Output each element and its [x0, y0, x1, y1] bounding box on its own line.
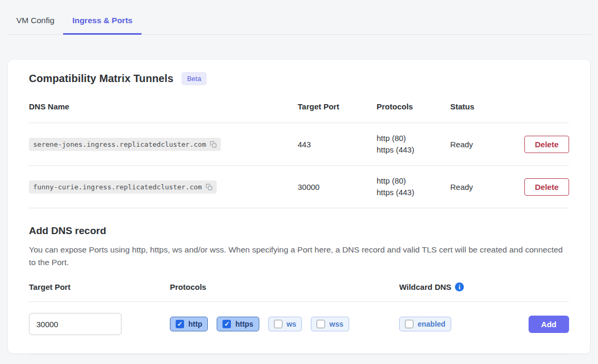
add-form-row: ✓ http ✓ https ws wss enabled Add — [29, 302, 569, 345]
target-port-value: 30000 — [298, 183, 377, 191]
delete-button[interactable]: Delete — [524, 136, 569, 153]
add-button[interactable]: Add — [529, 316, 569, 333]
col-header-protocols: Protocols — [377, 102, 450, 111]
copy-icon[interactable] — [210, 141, 217, 148]
protocol-checkbox-group: ✓ http ✓ https ws wss — [170, 317, 399, 331]
table-row: serene-jones.ingress.replicatedcluster.c… — [29, 123, 569, 166]
checkbox-wss-label: wss — [329, 320, 343, 328]
col-header-dns-name: DNS Name — [29, 102, 298, 111]
checkbox-unchecked-icon — [274, 320, 282, 328]
add-dns-record-title: Add DNS record — [29, 225, 569, 237]
form-header-protocols: Protocols — [170, 282, 399, 291]
checkbox-ws-label: ws — [287, 320, 297, 328]
col-header-status: Status — [450, 102, 513, 111]
status-value: Ready — [450, 140, 513, 149]
copy-icon[interactable] — [206, 184, 212, 190]
checkbox-http[interactable]: ✓ http — [170, 317, 208, 331]
checkbox-ws[interactable]: ws — [268, 317, 302, 331]
checkbox-https-label: https — [235, 320, 253, 328]
protocol-line: https (443) — [377, 187, 450, 198]
tab-ingress-ports[interactable]: Ingress & Ports — [63, 11, 141, 35]
checkbox-wildcard-enabled[interactable]: enabled — [399, 317, 451, 331]
checkbox-unchecked-icon — [405, 320, 413, 328]
dns-name-text: serene-jones.ingress.replicatedcluster.c… — [33, 140, 206, 148]
beta-badge: Beta — [181, 72, 207, 85]
form-header-wildcard-dns: Wildcard DNS — [399, 282, 451, 291]
checkbox-unchecked-icon — [317, 320, 325, 328]
add-dns-record-description: You can expose Ports using http, https, … — [29, 244, 569, 269]
form-header-target-port: Target Port — [29, 282, 170, 291]
target-port-input[interactable] — [29, 313, 121, 335]
dns-name-text: funny-curie.ingress.replicatedcluster.co… — [33, 183, 202, 191]
dns-name-pill: funny-curie.ingress.replicatedcluster.co… — [29, 180, 217, 194]
add-form-header: Target Port Protocols Wildcard DNS i — [29, 282, 569, 302]
protocol-line: https (443) — [377, 144, 450, 156]
target-port-value: 443 — [298, 140, 377, 149]
checkbox-http-label: http — [188, 320, 202, 328]
dns-name-pill: serene-jones.ingress.replicatedcluster.c… — [29, 138, 221, 151]
card-bottom-divider — [29, 354, 569, 364]
checkbox-https[interactable]: ✓ https — [217, 317, 259, 331]
checkbox-wss[interactable]: wss — [311, 317, 349, 331]
table-row: funny-curie.ingress.replicatedcluster.co… — [29, 166, 569, 208]
tunnels-table-header: DNS Name Target Port Protocols Status — [29, 85, 569, 123]
info-icon[interactable]: i — [455, 282, 464, 291]
status-value: Ready — [450, 183, 513, 191]
tab-bar: VM Config Ingress & Ports — [7, 0, 591, 35]
col-header-target-port: Target Port — [298, 102, 377, 111]
checkbox-checked-icon: ✓ — [222, 320, 231, 328]
card-title: Compatibility Matrix Tunnels — [29, 73, 174, 85]
tunnels-card: Compatibility Matrix Tunnels Beta DNS Na… — [7, 59, 591, 354]
delete-button[interactable]: Delete — [524, 178, 569, 196]
checkbox-checked-icon: ✓ — [176, 320, 184, 328]
protocol-line: http (80) — [377, 133, 450, 144]
protocol-line: http (80) — [377, 175, 450, 187]
card-title-row: Compatibility Matrix Tunnels Beta — [29, 72, 569, 85]
tab-vm-config[interactable]: VM Config — [7, 11, 63, 35]
checkbox-enabled-label: enabled — [418, 320, 445, 328]
